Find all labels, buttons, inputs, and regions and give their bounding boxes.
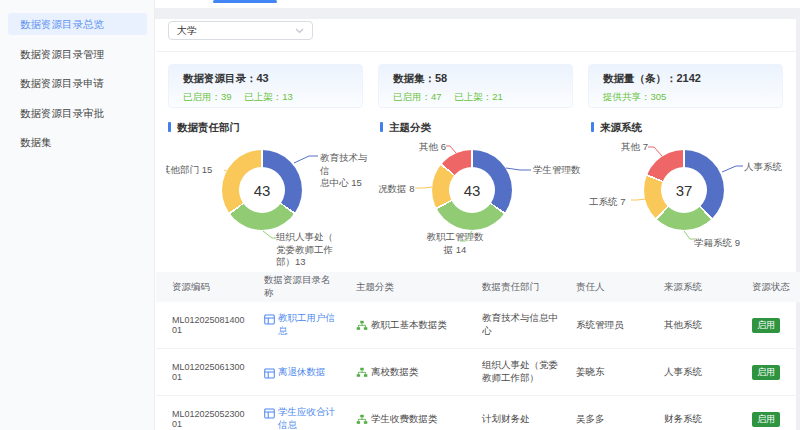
- donut-chart-topic[interactable]: 43: [432, 150, 512, 230]
- stat-card-dataset: 数据集：58 已启用：47 已上架：21: [378, 64, 573, 108]
- owner-text: 姜晓东: [564, 366, 652, 379]
- col-department: 数据责任部门: [472, 281, 564, 294]
- source-text: 其他系统: [652, 319, 744, 332]
- university-select-value: 大学: [177, 24, 197, 38]
- catalog-table: 资源编码 数据资源目录名称 主题分类 数据责任部门 责任人 来源系统 资源状态 …: [156, 272, 800, 430]
- stat-card-catalog: 数据资源目录：43 已启用：39 已上架：13: [168, 64, 363, 108]
- owner-text: 系统管理员: [564, 319, 652, 332]
- col-status: 资源状态: [744, 281, 800, 294]
- table-row[interactable]: ML01202508140001 教职工用户信息 教职工基本数据类 教育技术与信…: [156, 302, 800, 349]
- chart2-label-top: 其他 6: [419, 141, 446, 154]
- table-row[interactable]: ML01202506130001 离退休数据 离校数据类 组织人事处（党委教师工…: [156, 349, 800, 396]
- category-text: 教职工基本数据类: [371, 319, 447, 332]
- chart2-label-right: 学生管理数: [533, 164, 581, 177]
- donut-center-total: 43: [449, 167, 495, 213]
- active-tab-indicator[interactable]: [213, 0, 277, 3]
- category-text: 离校数据类: [371, 366, 419, 379]
- section-title-department: 数据责任部门: [168, 121, 240, 135]
- chart2-label-left: 况数据 8: [378, 183, 414, 196]
- university-select[interactable]: 大学: [168, 21, 313, 40]
- table-header: 资源编码 数据资源目录名称 主题分类 数据责任部门 责任人 来源系统 资源状态: [156, 272, 800, 302]
- title-bar-icon: [380, 122, 383, 132]
- status-badge: 启用: [752, 365, 780, 380]
- table-icon: [264, 368, 275, 379]
- chart3-label-left: 工系统 7: [589, 196, 625, 209]
- title-bar-icon: [168, 122, 171, 132]
- category-tree-icon: [356, 367, 368, 378]
- table-icon: [264, 314, 275, 325]
- catalog-name-link[interactable]: 学生应收合计信息: [278, 406, 336, 430]
- col-catalog-name: 数据资源目录名称: [252, 274, 342, 300]
- source-text: 财务系统: [652, 413, 744, 426]
- stat-value: 43: [257, 72, 269, 84]
- status-badge: 启用: [752, 412, 780, 427]
- page-background-band: [155, 8, 800, 19]
- section-title-topic: 主题分类: [380, 121, 431, 135]
- title-bar-icon: [591, 122, 594, 132]
- category-tree-icon: [356, 414, 368, 425]
- col-resource-code: 资源编码: [156, 281, 252, 294]
- resource-code: ML01202508140001: [156, 315, 252, 335]
- chart1-label-left: 其他部门 15: [166, 164, 224, 177]
- resource-code: ML01202506130001: [156, 362, 252, 382]
- department-text: 组织人事处（党委教师工作部）: [472, 359, 564, 385]
- chart3-label-right: 人事系统: [744, 161, 782, 174]
- sidebar-item-dataset[interactable]: 数据集: [8, 131, 147, 153]
- chart3-label-bottom: 学籍系统 9: [694, 237, 740, 250]
- stat-title: 数据集：58: [393, 72, 558, 86]
- chart3-label-top: 其他 7: [621, 141, 648, 154]
- catalog-name-link[interactable]: 教职工用户信息: [278, 312, 336, 338]
- chart2-label-bottom: 教职工管理数据 14: [417, 231, 493, 256]
- sidebar-item-catalog-overview[interactable]: 数据资源目录总览: [8, 13, 147, 35]
- category-text: 学生收费数据类: [371, 413, 438, 426]
- chart1-label-bottom: 组织人事处（党委教师工作部）13: [276, 231, 356, 269]
- stat-title: 数据量（条）：2142: [603, 72, 768, 86]
- sidebar-item-catalog-apply[interactable]: 数据资源目录申请: [8, 72, 147, 94]
- donut-chart-department[interactable]: 43: [222, 150, 302, 230]
- divider: [156, 51, 800, 52]
- col-source-system: 来源系统: [652, 281, 744, 294]
- stat-title: 数据资源目录：43: [183, 72, 348, 86]
- sidebar-item-catalog-manage[interactable]: 数据资源目录管理: [8, 43, 147, 65]
- donut-center-total: 43: [239, 167, 285, 213]
- sidebar: 数据资源目录总览 数据资源目录管理 数据资源目录申请 数据资源目录审批 数据集: [0, 0, 155, 430]
- stat-value: 58: [435, 72, 447, 84]
- chevron-down-icon: [295, 28, 304, 34]
- status-badge: 启用: [752, 318, 780, 333]
- stat-sub: 已启用：47 已上架：21: [393, 91, 558, 104]
- stat-card-volume: 数据量（条）：2142 提供共享：305: [588, 64, 783, 108]
- stat-sub: 提供共享：305: [603, 91, 768, 104]
- source-text: 人事系统: [652, 366, 744, 379]
- stat-value: 2142: [677, 72, 701, 84]
- chart1-label-right: 教育技术与信息中心 15: [320, 152, 376, 190]
- col-topic-category: 主题分类: [342, 281, 472, 294]
- department-text: 计划财务处: [472, 413, 564, 426]
- section-title-source: 来源系统: [591, 121, 642, 135]
- sidebar-item-catalog-approve[interactable]: 数据资源目录审批: [8, 102, 147, 124]
- table-row[interactable]: ML01202505230001 学生应收合计信息 学生收费数据类 计划财务处 …: [156, 396, 800, 430]
- category-tree-icon: [356, 320, 368, 331]
- catalog-name-link[interactable]: 离退休数据: [278, 366, 326, 379]
- donut-chart-source[interactable]: 37: [644, 150, 724, 230]
- col-owner: 责任人: [564, 281, 652, 294]
- department-text: 教育技术与信息中心: [472, 312, 564, 338]
- table-icon: [264, 408, 275, 419]
- resource-code: ML01202505230001: [156, 409, 252, 429]
- owner-text: 吴多多: [564, 413, 652, 426]
- donut-center-total: 37: [661, 167, 707, 213]
- stat-sub: 已启用：39 已上架：13: [183, 91, 348, 104]
